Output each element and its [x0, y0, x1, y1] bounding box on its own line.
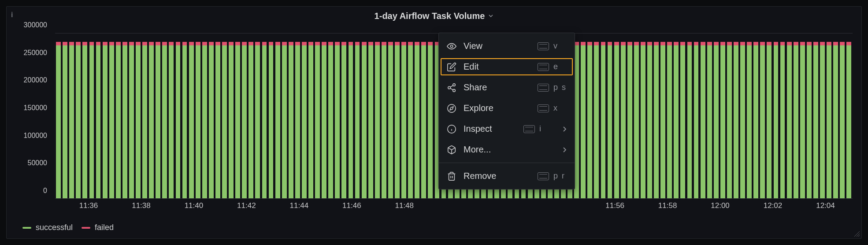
stacked-bar[interactable] — [222, 42, 227, 198]
stacked-bar[interactable] — [388, 42, 393, 198]
stacked-bar[interactable] — [209, 42, 214, 198]
stacked-bar[interactable] — [753, 42, 758, 198]
stacked-bar[interactable] — [322, 42, 326, 198]
stacked-bar[interactable] — [189, 42, 194, 198]
stacked-bar[interactable] — [687, 42, 692, 198]
stacked-bar[interactable] — [96, 42, 101, 198]
info-icon[interactable]: i — [11, 11, 13, 19]
stacked-bar[interactable] — [169, 42, 174, 198]
stacked-bar[interactable] — [295, 42, 300, 198]
stacked-bar[interactable] — [827, 42, 831, 198]
stacked-bar[interactable] — [428, 42, 433, 198]
menu-item-remove[interactable]: Removep r — [439, 166, 575, 186]
panel-title[interactable]: 1-day Airflow Task Volume — [375, 11, 494, 21]
stacked-bar[interactable] — [162, 42, 167, 198]
stacked-bar[interactable] — [587, 42, 592, 198]
stacked-bar[interactable] — [249, 42, 253, 198]
stacked-bar[interactable] — [116, 42, 121, 198]
legend-item[interactable]: failed — [82, 223, 114, 232]
stacked-bar[interactable] — [780, 42, 785, 198]
stacked-bar[interactable] — [594, 42, 599, 198]
resize-handle-icon[interactable] — [854, 231, 860, 237]
stacked-bar[interactable] — [63, 42, 67, 198]
stacked-bar[interactable] — [82, 42, 87, 198]
stacked-bar[interactable] — [149, 42, 154, 198]
stacked-bar[interactable] — [275, 42, 280, 198]
stacked-bar[interactable] — [242, 42, 247, 198]
stacked-bar[interactable] — [627, 42, 632, 198]
stacked-bar[interactable] — [846, 42, 851, 198]
stacked-bar[interactable] — [581, 42, 586, 198]
stacked-bar[interactable] — [269, 42, 274, 198]
stacked-bar[interactable] — [647, 42, 652, 198]
stacked-bar[interactable] — [255, 42, 260, 198]
stacked-bar[interactable] — [608, 42, 612, 198]
stacked-bar[interactable] — [833, 42, 838, 198]
stacked-bar[interactable] — [156, 42, 160, 198]
stacked-bar[interactable] — [122, 42, 127, 198]
stacked-bar[interactable] — [707, 42, 712, 198]
stacked-bar[interactable] — [142, 42, 147, 198]
stacked-bar[interactable] — [136, 42, 141, 198]
stacked-bar[interactable] — [395, 42, 400, 198]
stacked-bar[interactable] — [289, 42, 293, 198]
stacked-bar[interactable] — [375, 42, 380, 198]
stacked-bar[interactable] — [767, 42, 772, 198]
stacked-bar[interactable] — [408, 42, 413, 198]
stacked-bar[interactable] — [302, 42, 307, 198]
stacked-bar[interactable] — [760, 42, 765, 198]
menu-item-inspect[interactable]: Inspecti — [439, 119, 575, 139]
stacked-bar[interactable] — [634, 42, 639, 198]
stacked-bar[interactable] — [76, 42, 81, 198]
stacked-bar[interactable] — [282, 42, 287, 198]
stacked-bar[interactable] — [680, 42, 685, 198]
stacked-bar[interactable] — [674, 42, 679, 198]
stacked-bar[interactable] — [315, 42, 320, 198]
stacked-bar[interactable] — [176, 42, 181, 198]
stacked-bar[interactable] — [840, 42, 845, 198]
menu-item-edit[interactable]: Edite — [439, 56, 575, 77]
stacked-bar[interactable] — [401, 42, 406, 198]
stacked-bar[interactable] — [421, 42, 426, 198]
stacked-bar[interactable] — [341, 42, 346, 198]
stacked-bar[interactable] — [654, 42, 659, 198]
stacked-bar[interactable] — [196, 42, 200, 198]
stacked-bar[interactable] — [701, 42, 705, 198]
stacked-bar[interactable] — [56, 42, 61, 198]
stacked-bar[interactable] — [787, 42, 792, 198]
stacked-bar[interactable] — [328, 42, 333, 198]
menu-item-more[interactable]: More... — [439, 139, 575, 160]
stacked-bar[interactable] — [813, 42, 818, 198]
stacked-bar[interactable] — [694, 42, 699, 198]
stacked-bar[interactable] — [747, 42, 752, 198]
stacked-bar[interactable] — [641, 42, 645, 198]
stacked-bar[interactable] — [382, 42, 386, 198]
stacked-bar[interactable] — [800, 42, 805, 198]
stacked-bar[interactable] — [262, 42, 267, 198]
stacked-bar[interactable] — [720, 42, 725, 198]
stacked-bar[interactable] — [807, 42, 812, 198]
stacked-bar[interactable] — [774, 42, 779, 198]
stacked-bar[interactable] — [368, 42, 373, 198]
menu-item-share[interactable]: Sharep s — [439, 77, 575, 98]
stacked-bar[interactable] — [202, 42, 207, 198]
stacked-bar[interactable] — [614, 42, 619, 198]
stacked-bar[interactable] — [103, 42, 108, 198]
stacked-bar[interactable] — [69, 42, 74, 198]
stacked-bar[interactable] — [621, 42, 626, 198]
stacked-bar[interactable] — [734, 42, 738, 198]
stacked-bar[interactable] — [335, 42, 340, 198]
legend-item[interactable]: successful — [22, 223, 73, 232]
stacked-bar[interactable] — [601, 42, 606, 198]
stacked-bar[interactable] — [229, 42, 234, 198]
stacked-bar[interactable] — [215, 42, 220, 198]
stacked-bar[interactable] — [355, 42, 360, 198]
stacked-bar[interactable] — [667, 42, 672, 198]
stacked-bar[interactable] — [349, 42, 353, 198]
stacked-bar[interactable] — [415, 42, 419, 198]
stacked-bar[interactable] — [794, 42, 798, 198]
menu-item-view[interactable]: Viewv — [439, 36, 575, 56]
stacked-bar[interactable] — [308, 42, 313, 198]
stacked-bar[interactable] — [727, 42, 732, 198]
stacked-bar[interactable] — [660, 42, 665, 198]
